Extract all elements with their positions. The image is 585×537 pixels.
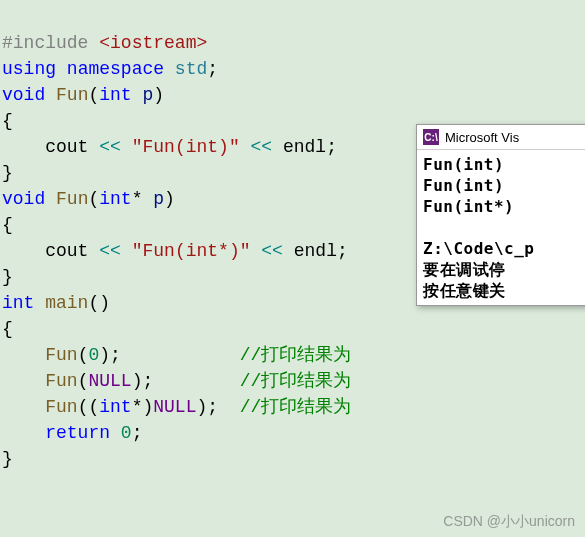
op-insert: << bbox=[99, 137, 121, 157]
brace-open: { bbox=[2, 319, 13, 339]
kw-void: void bbox=[2, 189, 45, 209]
console-line: Fun(int) bbox=[423, 155, 504, 174]
console-line: 要在调试停 bbox=[423, 260, 506, 279]
func-fun-int: Fun bbox=[56, 85, 88, 105]
brace-close: } bbox=[2, 267, 13, 287]
macro-null: NULL bbox=[153, 397, 196, 417]
console-line: Z:\Code\c_p bbox=[423, 239, 534, 258]
kw-void: void bbox=[2, 85, 45, 105]
id-endl: endl bbox=[283, 137, 326, 157]
console-title-text: Microsoft Vis bbox=[445, 130, 519, 145]
num-zero: 0 bbox=[88, 345, 99, 365]
call-fun-0: Fun bbox=[45, 345, 77, 365]
brace-open: { bbox=[2, 111, 13, 131]
include-header: <iostream> bbox=[99, 33, 207, 53]
kw-int: int bbox=[2, 293, 34, 313]
macro-null: NULL bbox=[88, 371, 131, 391]
brace-close: } bbox=[2, 449, 13, 469]
num-zero: 0 bbox=[121, 423, 132, 443]
comment-2: //打印结果为 bbox=[240, 371, 352, 391]
kw-int: int bbox=[99, 397, 131, 417]
ns-std: std bbox=[175, 59, 207, 79]
param-p: p bbox=[142, 85, 153, 105]
preproc-directive: #include bbox=[2, 33, 88, 53]
console-line: Fun(int*) bbox=[423, 197, 514, 216]
kw-int: int bbox=[99, 85, 131, 105]
string-fun-int: "Fun(int)" bbox=[132, 137, 240, 157]
semicolon: ; bbox=[207, 59, 218, 79]
string-fun-intptr: "Fun(int*)" bbox=[132, 241, 251, 261]
id-endl: endl bbox=[294, 241, 337, 261]
kw-namespace: namespace bbox=[67, 59, 164, 79]
op-insert: << bbox=[251, 137, 273, 157]
comment-1: //打印结果为 bbox=[240, 345, 352, 365]
op-insert: << bbox=[261, 241, 283, 261]
op-insert: << bbox=[99, 241, 121, 261]
comment-3: //打印结果为 bbox=[240, 397, 352, 417]
console-window[interactable]: C:\ Microsoft Vis Fun(int) Fun(int) Fun(… bbox=[416, 124, 585, 306]
semicolon: ; bbox=[337, 241, 348, 261]
id-cout: cout bbox=[45, 137, 88, 157]
console-line: 按任意键关 bbox=[423, 281, 506, 300]
id-cout: cout bbox=[45, 241, 88, 261]
brace-open: { bbox=[2, 215, 13, 235]
kw-using: using bbox=[2, 59, 56, 79]
semicolon: ; bbox=[132, 423, 143, 443]
kw-return: return bbox=[45, 423, 110, 443]
call-fun-cast-null: Fun bbox=[45, 397, 77, 417]
kw-int: int bbox=[99, 189, 131, 209]
brace-close: } bbox=[2, 163, 13, 183]
console-line: Fun(int) bbox=[423, 176, 504, 195]
func-main: main bbox=[45, 293, 88, 313]
param-p: p bbox=[153, 189, 164, 209]
watermark: CSDN @小小unicorn bbox=[443, 513, 575, 531]
console-titlebar[interactable]: C:\ Microsoft Vis bbox=[417, 125, 585, 150]
semicolon: ; bbox=[326, 137, 337, 157]
console-output: Fun(int) Fun(int) Fun(int*) Z:\Code\c_p … bbox=[417, 150, 585, 305]
vs-icon: C:\ bbox=[423, 129, 439, 145]
call-fun-null: Fun bbox=[45, 371, 77, 391]
func-fun-intptr: Fun bbox=[56, 189, 88, 209]
